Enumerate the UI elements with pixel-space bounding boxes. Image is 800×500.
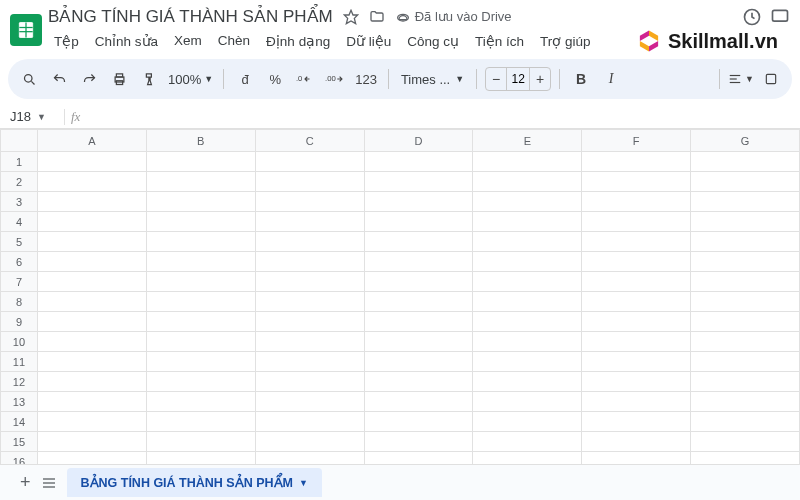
cell[interactable] bbox=[473, 392, 582, 412]
cell[interactable] bbox=[255, 192, 364, 212]
italic-button[interactable]: I bbox=[598, 66, 624, 92]
cell[interactable] bbox=[582, 372, 691, 392]
cell[interactable] bbox=[691, 432, 800, 452]
cell[interactable] bbox=[582, 292, 691, 312]
cell[interactable] bbox=[146, 392, 255, 412]
cell[interactable] bbox=[582, 312, 691, 332]
cell[interactable] bbox=[364, 232, 473, 252]
cell[interactable] bbox=[146, 172, 255, 192]
cell[interactable] bbox=[582, 152, 691, 172]
menu-insert[interactable]: Chèn bbox=[212, 29, 256, 53]
zoom-select[interactable]: 100%▼ bbox=[166, 70, 215, 89]
cell[interactable] bbox=[582, 392, 691, 412]
menu-tools[interactable]: Công cụ bbox=[401, 29, 465, 53]
doc-title[interactable]: BẢNG TÍNH GIÁ THÀNH SẢN PHẨM bbox=[48, 6, 333, 27]
cell[interactable] bbox=[582, 432, 691, 452]
cell[interactable] bbox=[691, 292, 800, 312]
cell[interactable] bbox=[691, 412, 800, 432]
cell[interactable] bbox=[255, 352, 364, 372]
cell[interactable] bbox=[582, 412, 691, 432]
format-123-button[interactable]: 123 bbox=[352, 66, 380, 92]
cell[interactable] bbox=[37, 212, 146, 232]
name-box[interactable]: J18 ▼ bbox=[0, 109, 50, 124]
cell[interactable] bbox=[37, 412, 146, 432]
cell[interactable] bbox=[691, 312, 800, 332]
cell[interactable] bbox=[364, 192, 473, 212]
cell[interactable] bbox=[364, 152, 473, 172]
menu-edit[interactable]: Chỉnh sửa bbox=[89, 29, 164, 53]
row-header[interactable]: 8 bbox=[1, 292, 38, 312]
cell[interactable] bbox=[255, 172, 364, 192]
cell[interactable] bbox=[37, 372, 146, 392]
cell[interactable] bbox=[146, 412, 255, 432]
row-header[interactable]: 14 bbox=[1, 412, 38, 432]
col-header[interactable]: G bbox=[691, 130, 800, 152]
col-header[interactable]: D bbox=[364, 130, 473, 152]
row-header[interactable]: 2 bbox=[1, 172, 38, 192]
cell[interactable] bbox=[255, 212, 364, 232]
cell[interactable] bbox=[582, 272, 691, 292]
cell[interactable] bbox=[691, 172, 800, 192]
print-icon[interactable] bbox=[106, 66, 132, 92]
redo-icon[interactable] bbox=[76, 66, 102, 92]
cell[interactable] bbox=[37, 312, 146, 332]
cell[interactable] bbox=[255, 232, 364, 252]
cell[interactable] bbox=[691, 352, 800, 372]
percent-button[interactable]: % bbox=[262, 66, 288, 92]
select-all-corner[interactable] bbox=[1, 130, 38, 152]
cell[interactable] bbox=[691, 212, 800, 232]
more-toolbar-icon[interactable] bbox=[758, 66, 784, 92]
cell[interactable] bbox=[146, 292, 255, 312]
row-header[interactable]: 6 bbox=[1, 252, 38, 272]
history-icon[interactable] bbox=[742, 7, 762, 27]
sheets-logo[interactable] bbox=[10, 14, 42, 46]
cell[interactable] bbox=[37, 272, 146, 292]
font-family-select[interactable]: Times ...▼ bbox=[397, 70, 468, 89]
cell[interactable] bbox=[473, 192, 582, 212]
cell[interactable] bbox=[146, 152, 255, 172]
cell[interactable] bbox=[364, 212, 473, 232]
spreadsheet-grid[interactable]: A B C D E F G 1 2 3 4 5 6 7 8 9 10 11 12… bbox=[0, 129, 800, 469]
cell[interactable] bbox=[37, 392, 146, 412]
row-header[interactable]: 4 bbox=[1, 212, 38, 232]
menu-data[interactable]: Dữ liệu bbox=[340, 29, 397, 53]
menu-help[interactable]: Trợ giúp bbox=[534, 29, 597, 53]
cell[interactable] bbox=[473, 332, 582, 352]
sheet-tab[interactable]: BẢNG TÍNH GIÁ THÀNH SẢN PHẨM ▼ bbox=[67, 468, 322, 497]
menu-view[interactable]: Xem bbox=[168, 29, 208, 53]
cell[interactable] bbox=[255, 292, 364, 312]
cell[interactable] bbox=[473, 312, 582, 332]
cell[interactable] bbox=[364, 372, 473, 392]
cell[interactable] bbox=[37, 232, 146, 252]
cell[interactable] bbox=[364, 332, 473, 352]
comment-icon[interactable] bbox=[770, 7, 790, 27]
cell[interactable] bbox=[37, 172, 146, 192]
cell[interactable] bbox=[364, 312, 473, 332]
cell[interactable] bbox=[582, 332, 691, 352]
cell[interactable] bbox=[473, 432, 582, 452]
cell[interactable] bbox=[146, 332, 255, 352]
font-size-increase[interactable]: + bbox=[530, 71, 550, 87]
cell[interactable] bbox=[364, 412, 473, 432]
cell[interactable] bbox=[255, 152, 364, 172]
row-header[interactable]: 10 bbox=[1, 332, 38, 352]
increase-decimal-icon[interactable]: .00 bbox=[322, 66, 348, 92]
cell[interactable] bbox=[364, 172, 473, 192]
col-header[interactable]: F bbox=[582, 130, 691, 152]
menu-format[interactable]: Định dạng bbox=[260, 29, 336, 53]
undo-icon[interactable] bbox=[46, 66, 72, 92]
menu-file[interactable]: Tệp bbox=[48, 29, 85, 53]
cell[interactable] bbox=[255, 412, 364, 432]
col-header[interactable]: B bbox=[146, 130, 255, 152]
star-icon[interactable] bbox=[343, 9, 359, 25]
cell[interactable] bbox=[691, 192, 800, 212]
cell[interactable] bbox=[473, 212, 582, 232]
col-header[interactable]: A bbox=[37, 130, 146, 152]
cell[interactable] bbox=[473, 172, 582, 192]
cell[interactable] bbox=[37, 292, 146, 312]
cell[interactable] bbox=[255, 272, 364, 292]
cell[interactable] bbox=[146, 192, 255, 212]
cell[interactable] bbox=[146, 372, 255, 392]
cell[interactable] bbox=[582, 172, 691, 192]
cell[interactable] bbox=[691, 392, 800, 412]
